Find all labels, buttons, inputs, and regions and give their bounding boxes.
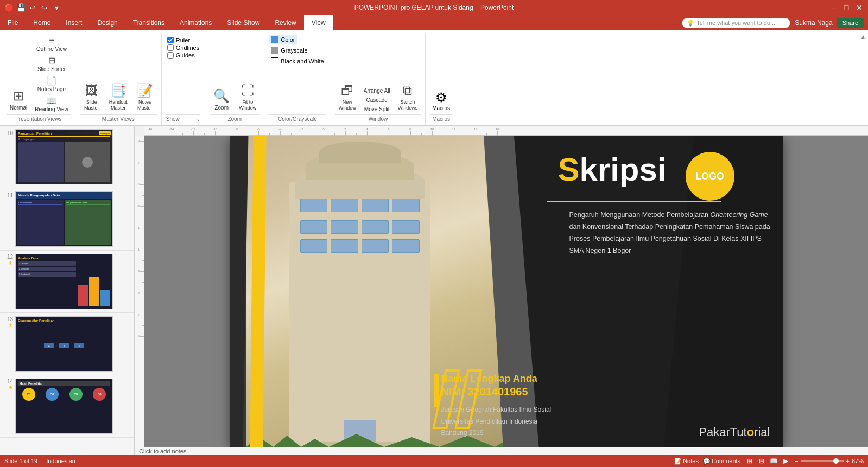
new-window-button[interactable]: 🗗 NewWindow xyxy=(335,81,359,113)
notes-page-button[interactable]: 📄 Notes Page xyxy=(33,74,71,93)
vtick--5: -5 xyxy=(135,179,144,190)
title-bar-left: 🔴 💾 ↩ ↪ ▾ xyxy=(4,3,61,12)
close-icon[interactable]: ✕ xyxy=(855,3,864,12)
color-button[interactable]: Color xyxy=(269,35,297,44)
normal-button[interactable]: ⊞ Normal xyxy=(7,86,30,113)
logo-text: LOGO xyxy=(695,171,724,182)
tab-transitions[interactable]: Transitions xyxy=(125,15,172,30)
tab-design[interactable]: Design xyxy=(90,15,125,30)
guides-check[interactable]: Guides xyxy=(167,52,199,59)
tab-home[interactable]: Home xyxy=(26,15,58,30)
tab-insert[interactable]: Insert xyxy=(58,15,90,30)
reading-view-icon[interactable]: 📖 xyxy=(769,457,778,465)
analisis-title: Analisis Data xyxy=(18,257,110,260)
slide-thumb-11[interactable]: 11 Metode Pengumpulan Data Dokumentasi .… xyxy=(0,188,134,251)
reading-icon: 📖 xyxy=(46,95,57,106)
maximize-icon[interactable]: □ xyxy=(842,3,851,12)
tab-review[interactable]: Review xyxy=(267,15,303,30)
move-split-button[interactable]: Move Split xyxy=(362,105,392,113)
win-6 xyxy=(331,220,358,234)
notes-btn[interactable]: 📝 Notes xyxy=(674,458,699,465)
status-left: Slide 1 of 19 Indonesian xyxy=(4,458,75,464)
ribbon-expand[interactable]: ▲ xyxy=(858,33,868,125)
thumb-hasil: Hasil Penelitian 75 58 79 xyxy=(16,379,112,433)
guides-label: Guides xyxy=(176,52,195,59)
slide-panel: 10 Rancangan Penelitian Pro Lapangan Lap… xyxy=(0,126,135,455)
ruler-check[interactable]: Ruler xyxy=(167,37,199,43)
slide-thumb-10[interactable]: 10 Rancangan Penelitian Pro Lapangan Lap… xyxy=(0,126,134,188)
customize-icon[interactable]: ▾ xyxy=(52,3,61,12)
vtick-4 xyxy=(135,277,144,287)
undo-icon[interactable]: ↩ xyxy=(28,3,37,12)
slideshow-view-icon[interactable]: ▶ xyxy=(781,457,790,465)
comments-btn[interactable]: 💬 Comments xyxy=(703,458,740,465)
content-area: 10 Rancangan Penelitian Pro Lapangan Lap… xyxy=(0,126,868,455)
vtick-8 xyxy=(135,320,144,331)
normal-view-icon[interactable]: ⊞ xyxy=(745,457,755,465)
zoom-button[interactable]: 🔍 Zoom xyxy=(210,86,233,113)
macros-icon: ⚙ xyxy=(435,90,447,105)
save-icon[interactable]: 💾 xyxy=(16,3,25,12)
slide-canvas[interactable]: LOGO Skripsi Pengaruh Menggunaan Metode … xyxy=(230,136,783,447)
redo-icon[interactable]: ↪ xyxy=(40,3,49,12)
slide-viewport[interactable]: LOGO Skripsi Pengaruh Menggunaan Metode … xyxy=(144,136,868,447)
title-underline xyxy=(547,201,721,202)
slide-thumb-13[interactable]: 13 ★ Diagram Alur Penelitian A → B → C xyxy=(0,313,134,375)
slide-img-11: Metode Pengumpulan Data Dokumentasi ... … xyxy=(15,191,113,247)
zoom-slider[interactable] xyxy=(801,460,844,462)
handout-master-button[interactable]: 📑 HandoutMaster xyxy=(106,81,131,113)
arrange-all-button[interactable]: Arrange All xyxy=(362,87,392,95)
slide-thumb-14[interactable]: 14 ★ Hasil Penelitian 75 58 xyxy=(0,375,134,438)
fit-to-window-button[interactable]: ⛶ Fit toWindow xyxy=(236,81,259,113)
brand-rial: rial xyxy=(754,425,770,439)
show-checkboxes: Ruler Gridlines Guides xyxy=(166,35,200,61)
tab-slideshow[interactable]: Slide Show xyxy=(219,15,267,30)
tab-view[interactable]: View xyxy=(304,15,333,30)
bw-button[interactable]: Black and White xyxy=(269,56,326,66)
switch-windows-button[interactable]: ⧉ SwitchWindows xyxy=(395,81,421,113)
analisis-list: 1. Deskriptif 2. Komparatif 3. Korelasio… xyxy=(18,261,76,306)
slide-thumb-12[interactable]: 12 ★ Analisis Data 1. Deskriptif 2. Komp… xyxy=(0,251,134,313)
zoom-plus[interactable]: + xyxy=(846,458,850,464)
reading-view-button[interactable]: 📖 Reading View xyxy=(33,94,71,113)
win-3 xyxy=(362,199,389,212)
show-expand-icon[interactable]: ⌄ xyxy=(196,116,200,122)
slide-sorter-button[interactable]: ⊟ Slide Sorter xyxy=(33,54,71,73)
macros-button[interactable]: ⚙ Macros xyxy=(430,88,452,113)
guides-checkbox[interactable] xyxy=(167,52,174,59)
share-button[interactable]: Share xyxy=(837,18,864,28)
thumb-metode: Metode Pengumpulan Data Dokumentasi ... … xyxy=(16,192,112,246)
group-master-views: 🖼 SlideMaster 📑 HandoutMaster 📝 NotesMas… xyxy=(75,33,162,125)
ai-3: 3. Korelasional xyxy=(18,272,76,277)
gridlines-checkbox[interactable] xyxy=(167,44,174,51)
slide-master-button[interactable]: 🖼 SlideMaster xyxy=(80,81,104,113)
diagram-flow: A → B → C xyxy=(44,343,84,348)
htick--16: -16 xyxy=(144,127,155,136)
block1 xyxy=(18,142,64,182)
tell-me-bar[interactable]: 💡 Tell me what you want to do... xyxy=(682,18,790,28)
sorter-view-icon[interactable]: ⊟ xyxy=(757,457,766,465)
htick--8: -8 xyxy=(231,127,242,136)
subtitle-pre: Pengaruh Menggunaan Metode Pembelajaran xyxy=(569,211,711,219)
cascade-button[interactable]: Cascade xyxy=(362,96,392,104)
ruler-checkbox[interactable] xyxy=(167,37,174,43)
gridlines-check[interactable]: Gridlines xyxy=(167,44,199,51)
ribbon-spacer xyxy=(457,33,858,125)
flow-arrow-1: → xyxy=(55,344,58,347)
slide-title: Skripsi xyxy=(557,151,666,188)
tab-animations[interactable]: Animations xyxy=(172,15,219,30)
slide-number-14: 14 ★ xyxy=(2,379,13,391)
outline-view-button[interactable]: ≡ Outline View xyxy=(33,35,71,53)
analisis-body: 1. Deskriptif 2. Komparatif 3. Korelasio… xyxy=(18,261,110,306)
notes-master-button[interactable]: 📝 NotesMaster xyxy=(133,81,157,113)
tab-file[interactable]: File xyxy=(0,15,26,30)
win-11 xyxy=(362,239,389,253)
stat-circle-4: 88 xyxy=(93,388,106,401)
metode-header: Metode Pengumpulan Data xyxy=(16,192,112,199)
vtick--9: -9 xyxy=(135,136,144,146)
minimize-icon[interactable]: ─ xyxy=(829,3,838,12)
zoom-minus[interactable]: − xyxy=(795,458,798,464)
grayscale-button[interactable]: Grayscale xyxy=(269,46,310,55)
slide-img-12: Analisis Data 1. Deskriptif 2. Komparati… xyxy=(15,254,113,309)
master-views-items: 🖼 SlideMaster 📑 HandoutMaster 📝 NotesMas… xyxy=(80,35,157,114)
